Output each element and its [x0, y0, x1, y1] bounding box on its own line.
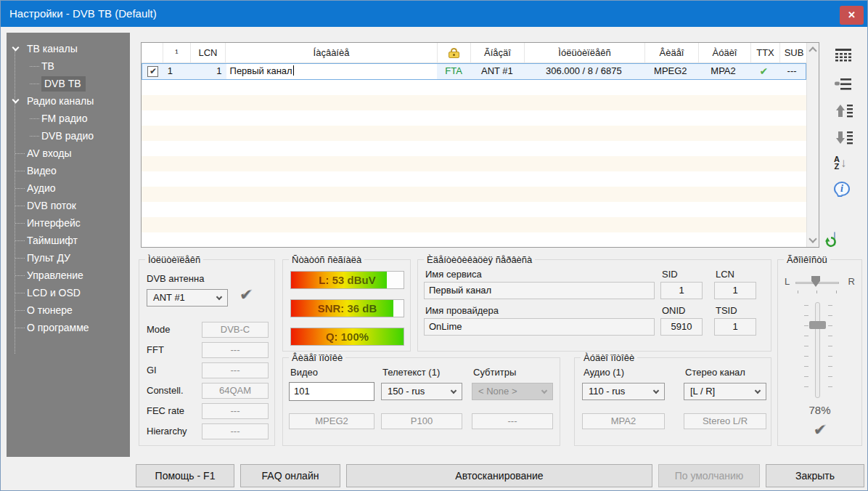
table-scrollbar[interactable]	[806, 43, 819, 247]
sidebar-item-label-selected: DVB ТВ	[41, 76, 86, 92]
provider-field[interactable]: OnLime	[424, 318, 655, 336]
teletext-value: 150 - rus	[388, 386, 425, 397]
header-name[interactable]: Íàçâàíèå	[226, 43, 438, 62]
sidebar-item-dvb-tv[interactable]: DVB ТВ	[7, 75, 130, 92]
sidebar-item-timeshift[interactable]: Таймшифт	[7, 232, 130, 249]
volume-group-title: Ãðîìêîñòü	[784, 254, 830, 265]
audio-streams-group: Àóäèî ïîòîêè Аудио (1) 110 - rus MPA2 Ст…	[574, 357, 771, 446]
volume-slider-track[interactable]	[815, 302, 820, 398]
audio-select[interactable]: 110 - rus	[582, 383, 665, 400]
header-video[interactable]: Âèäåî	[645, 43, 699, 62]
channel-checkbox[interactable]: ✔	[147, 66, 158, 77]
onid-value: 5910	[660, 318, 703, 336]
table-row-empty	[142, 126, 806, 141]
sidebar-item-audio[interactable]: Аудио	[7, 179, 130, 197]
subtitles-value: < None >	[478, 386, 517, 397]
constell-label: Constell.	[147, 385, 184, 396]
sidebar-item-dvb-radio[interactable]: DVB радио	[7, 127, 130, 145]
chevron-down-icon	[12, 44, 20, 52]
sidebar-item-interface[interactable]: Интерфейс	[7, 214, 130, 232]
sidebar-item-radio-channels[interactable]: Радио каналы	[7, 92, 130, 110]
antenna-value: ANT #1	[153, 292, 185, 303]
table-row-empty	[142, 110, 806, 126]
move-down-icon[interactable]	[834, 129, 856, 150]
mode-label: Mode	[147, 324, 171, 335]
hierarchy-value: ---	[202, 423, 269, 439]
sidebar-item-lcd-osd[interactable]: LCD и OSD	[7, 284, 130, 301]
cell-encryption: FTA	[437, 64, 470, 79]
info-i: i	[840, 183, 843, 194]
antenna-apply-icon[interactable]: ✔	[239, 286, 253, 304]
gi-value: ---	[202, 362, 269, 378]
sidebar-item-about-tuner[interactable]: О тюнере	[7, 301, 130, 319]
settings-window: Настройки - DVB ТВ (Default) ✕ ТВ каналы…	[0, 0, 868, 491]
sidebar-item-fm-radio[interactable]: FM радио	[7, 110, 130, 127]
header-number[interactable]: ¹	[163, 43, 191, 62]
sidebar-item-label: Аудио	[27, 182, 56, 194]
sidebar-item-av-inputs[interactable]: AV входы	[7, 145, 130, 162]
close-button[interactable]: ✕	[840, 6, 864, 25]
balance-slider-thumb[interactable]	[811, 276, 820, 287]
video-pid-input[interactable]: 101	[289, 382, 374, 401]
channel-info-icon[interactable]: i	[834, 182, 856, 203]
table-row-empty	[142, 187, 806, 202]
header-audio[interactable]: Àóäèî	[699, 43, 751, 62]
autoscan-button[interactable]: Автосканирование	[346, 464, 652, 487]
table-row-empty	[142, 217, 806, 232]
header-ttx[interactable]: TTX	[751, 43, 780, 62]
sidebar-item-control[interactable]: Управление	[7, 267, 130, 284]
header-socket[interactable]: Ãíåçäî	[471, 43, 525, 62]
subtitles-label: Субтитры	[473, 367, 516, 378]
scroll-up-icon[interactable]	[808, 46, 816, 54]
gi-label: GI	[147, 365, 157, 376]
channel-name-editor[interactable]: Первый канал	[226, 64, 438, 79]
service-name-field[interactable]: Первый канал	[424, 282, 655, 299]
sidebar-item-label: DVB радио	[41, 130, 94, 142]
header-sub[interactable]: SUB	[780, 43, 808, 62]
sidebar-item-dvb-stream[interactable]: DVB поток	[7, 197, 130, 214]
balance-left-label: L	[785, 276, 790, 287]
header-multiplex[interactable]: Ìóëüòèïëåêñ	[525, 43, 645, 62]
sidebar-item-label: LCD и OSD	[27, 287, 81, 299]
defaults-button[interactable]: По умолчанию	[658, 464, 760, 487]
sort-az-icon[interactable]: A Z ↓	[834, 155, 856, 177]
audio-pid-label: Аудио (1)	[584, 367, 624, 378]
volume-group: Ãðîìêîñòü L R 78% ✔	[777, 259, 862, 446]
channel-table: ¹ LCN Íàçâàíèå Ãíåçäî Ìóëüòèïëåêñ Âèäåî …	[141, 42, 819, 248]
sidebar-item-remote[interactable]: Пульт ДУ	[7, 249, 130, 267]
channel-table-header: ¹ LCN Íàçâàíèå Ãíåçäî Ìóëüòèïëåêñ Âèäåî …	[142, 43, 819, 63]
volume-apply-icon[interactable]: ✔	[814, 421, 827, 438]
sidebar-item-tv-channels[interactable]: ТВ каналы	[7, 40, 130, 57]
help-button[interactable]: Помощь - F1	[136, 464, 234, 487]
channel-table-empty-rows	[142, 80, 806, 248]
antenna-select[interactable]: ANT #1	[147, 289, 228, 307]
sidebar-item-label: Видео	[27, 165, 57, 176]
fec-value: ---	[202, 403, 269, 419]
teletext-select[interactable]: 150 - rus	[381, 383, 462, 400]
scroll-down-icon[interactable]	[808, 235, 816, 243]
header-lcn[interactable]: LCN	[191, 43, 226, 62]
volume-slider-thumb[interactable]	[809, 321, 826, 329]
teletext-page-box: P100	[381, 413, 462, 429]
sidebar-item-about-app[interactable]: О программе	[7, 319, 130, 336]
sid-value: 1	[660, 282, 703, 299]
table-row-empty	[142, 202, 806, 217]
rescan-icon[interactable]	[834, 232, 856, 254]
balance-tick	[836, 291, 837, 293]
channel-toolbar: A Z ↓ i	[827, 42, 866, 253]
sidebar-item-video[interactable]: Видео	[7, 162, 130, 179]
signal-group-title: Ñòàòóñ ñèãíàëà	[289, 254, 364, 265]
channel-row-selected[interactable]: ✔ 1 1 Первый канал FTA ANT #1 306.000 / …	[142, 63, 806, 80]
header-checkbox-column[interactable]	[142, 43, 163, 62]
channel-grid-icon[interactable]	[834, 46, 856, 68]
move-up-icon[interactable]	[834, 102, 856, 123]
close-dialog-button[interactable]: Закрыть	[766, 464, 864, 487]
header-encryption[interactable]	[438, 43, 471, 62]
sidebar-item-tv[interactable]: ТВ	[7, 57, 130, 75]
channel-properties-icon[interactable]	[834, 75, 856, 97]
faq-button[interactable]: FAQ онлайн	[240, 464, 340, 487]
channel-table-body: ✔ 1 1 Первый канал FTA ANT #1 306.000 / …	[142, 63, 806, 247]
sort-z-label: Z	[835, 162, 840, 171]
stereo-select[interactable]: [L / R]	[684, 383, 766, 400]
title-bar[interactable]: Настройки - DVB ТВ (Default) ✕	[1, 1, 867, 27]
